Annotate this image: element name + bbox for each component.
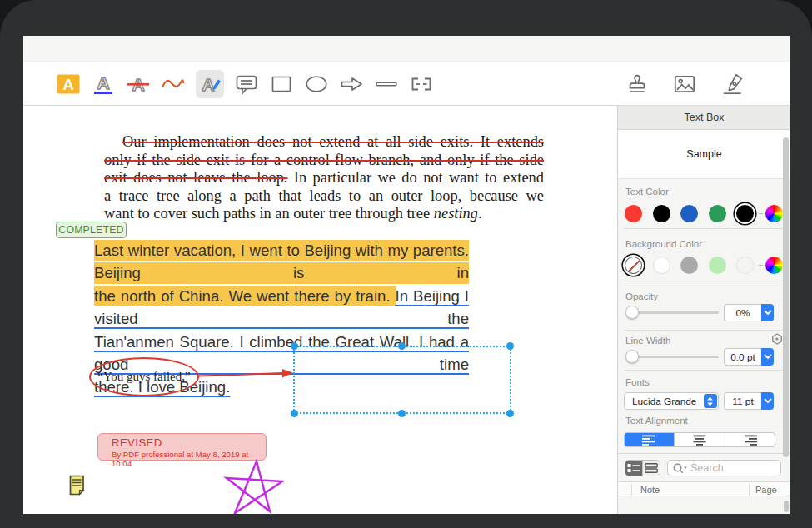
align-center-button[interactable] xyxy=(675,433,725,446)
i-text: nesting xyxy=(434,205,478,222)
line-width-dropdown-button[interactable] xyxy=(761,348,774,366)
line-width-slider[interactable] xyxy=(625,349,719,363)
device-bezel: AAAA Our implementation does not extend … xyxy=(0,0,812,528)
squiggly-icon[interactable] xyxy=(161,72,186,97)
search-placeholder: Search xyxy=(690,462,724,474)
opacity-slider[interactable] xyxy=(625,305,719,319)
ellipse-text: “You guys failed,” xyxy=(97,370,190,384)
paragraph-serif: Our implementation does not extend at al… xyxy=(104,133,544,223)
document-page[interactable]: Our implementation does not extend at al… xyxy=(23,106,617,514)
align-right-button[interactable] xyxy=(725,433,775,446)
strike-text: Our implementation does not extend at al… xyxy=(122,133,544,150)
text-color-swatch-1[interactable] xyxy=(653,205,670,222)
opacity-slider-thumb[interactable] xyxy=(625,306,639,319)
hl-text: Last winter vacation, I went to Beijing … xyxy=(94,240,469,284)
opacity-value[interactable]: 0% xyxy=(724,304,761,321)
plain-text: . xyxy=(478,205,482,222)
text-line: want to cover such paths in an outer tre… xyxy=(104,205,544,223)
background-color-swatch-4[interactable] xyxy=(736,257,754,274)
properties-panel: Text Box Sample Text Color Background Co… xyxy=(617,106,790,514)
line-width-value[interactable]: 0.0 pt xyxy=(724,348,761,366)
resize-handle[interactable] xyxy=(291,410,298,417)
text-line: Our implementation does not extend at al… xyxy=(104,133,544,152)
text-edit-icon[interactable]: A xyxy=(196,70,224,98)
font-stepper-icon[interactable] xyxy=(704,394,717,408)
rectangle-icon[interactable] xyxy=(269,72,294,97)
line-width-settings-icon[interactable] xyxy=(771,333,783,345)
note-column-header[interactable]: Note xyxy=(640,485,660,495)
font-family-select[interactable]: Lucida Grande xyxy=(624,392,719,410)
text-color-swatch-0[interactable] xyxy=(625,205,642,222)
revised-stamp-title: REVISED xyxy=(112,436,266,449)
detailed-list-view-button[interactable] xyxy=(625,461,643,476)
plain-text: a trace tree along a path that leads to … xyxy=(104,187,544,204)
svg-text:A: A xyxy=(97,73,109,92)
underline-icon[interactable]: A xyxy=(91,72,116,97)
background-color-swatch-3[interactable] xyxy=(709,257,726,274)
link-icon[interactable] xyxy=(409,72,434,97)
panel-scrollbar[interactable] xyxy=(783,137,789,457)
search-input[interactable]: Search xyxy=(667,460,781,476)
svg-text:A: A xyxy=(202,75,214,94)
text-box-annotation[interactable] xyxy=(293,346,511,414)
page-column-header[interactable]: Page xyxy=(755,485,777,495)
strike-text: only if the side exit is for a control-f… xyxy=(104,152,544,168)
window-titlebar xyxy=(23,36,790,62)
text-line: exit does not leave the loop. In particu… xyxy=(104,169,544,187)
text-color-label: Text Color xyxy=(625,187,669,197)
line-width-label: Line Width xyxy=(625,336,670,346)
stamp-icon[interactable] xyxy=(623,70,651,98)
align-left-button[interactable] xyxy=(625,433,675,446)
toolbar-right-group xyxy=(623,62,746,106)
ellipse-annotation[interactable]: “You guys failed,” xyxy=(89,357,199,396)
app-window: AAAA Our implementation does not extend … xyxy=(23,36,790,514)
plain-text: In particular we do not want to extend xyxy=(287,169,544,186)
arrow-icon[interactable] xyxy=(339,72,364,97)
font-size-dropdown-button[interactable] xyxy=(761,392,774,410)
background-color-swatch-2[interactable] xyxy=(680,257,698,274)
annotation-table-header: Note Page xyxy=(618,481,790,496)
background-color-swatch-wheel[interactable] xyxy=(765,257,783,274)
search-icon xyxy=(672,462,689,475)
text-line: only if the side exit is for a control-f… xyxy=(104,152,544,170)
resize-handle[interactable] xyxy=(291,342,298,350)
compact-list-view-button[interactable] xyxy=(643,461,660,476)
resize-handle[interactable] xyxy=(506,410,514,417)
opacity-label: Opacity xyxy=(625,291,658,301)
text-color-swatch-4[interactable] xyxy=(736,205,754,222)
resize-handle[interactable] xyxy=(398,410,406,417)
line-icon[interactable] xyxy=(374,72,399,97)
font-family-value: Lucida Grande xyxy=(625,396,704,407)
completed-stamp[interactable]: COMPLETED xyxy=(56,222,127,238)
opacity-dropdown-button[interactable] xyxy=(761,304,774,321)
revised-stamp[interactable]: REVISED By PDF professional at May 8, 20… xyxy=(97,433,267,461)
plain-text: want to cover such paths in an outer tre… xyxy=(104,205,434,222)
background-color-swatch-none[interactable] xyxy=(625,257,642,274)
fonts-label: Fonts xyxy=(625,377,650,387)
resize-handle[interactable] xyxy=(398,342,406,350)
text-color-swatch-3[interactable] xyxy=(709,205,726,222)
image-icon[interactable] xyxy=(670,70,699,98)
text-color-swatch-2[interactable] xyxy=(680,205,698,222)
text-line: the north of China. We went there by tra… xyxy=(94,285,469,331)
text-color-swatch-wheel[interactable] xyxy=(765,205,783,222)
resize-handle[interactable] xyxy=(506,342,514,350)
line-width-slider-thumb[interactable] xyxy=(625,350,639,363)
text-alignment-control xyxy=(624,432,775,447)
toolbar-left-group: AAAA xyxy=(56,62,434,106)
text-line: Last winter vacation, I went to Beijing … xyxy=(94,239,469,285)
svg-text:A: A xyxy=(62,76,74,93)
text-alignment-label: Text Alignment xyxy=(625,416,688,426)
font-size-value[interactable]: 11 pt xyxy=(724,392,761,410)
strike-text: exit does not leave the loop. xyxy=(104,169,287,186)
sticky-note-icon[interactable] xyxy=(69,475,85,496)
highlight-icon[interactable]: A xyxy=(56,72,81,97)
background-color-swatch-1[interactable] xyxy=(653,257,670,274)
ellipse-icon[interactable] xyxy=(304,72,329,97)
strikethrough-icon[interactable]: A xyxy=(126,72,151,97)
star-ink-annotation[interactable] xyxy=(223,459,286,514)
comment-icon[interactable] xyxy=(234,72,259,97)
list-scrollbar[interactable] xyxy=(784,501,789,512)
arrow-annotation[interactable] xyxy=(197,367,295,381)
signature-icon[interactable] xyxy=(718,70,746,98)
